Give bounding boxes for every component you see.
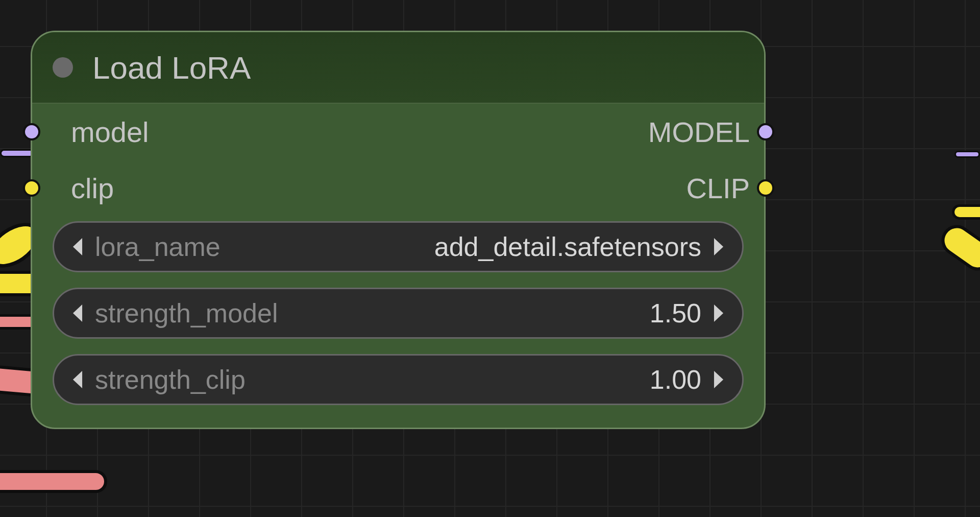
- input-label-model: model: [71, 115, 149, 149]
- output-label-model: MODEL: [648, 115, 750, 149]
- widget-label: strength_model: [95, 298, 278, 328]
- widget-label: lora_name: [95, 231, 220, 262]
- cable-model-out: [954, 151, 980, 158]
- io-row-clip: clip CLIP: [32, 160, 764, 216]
- node-widgets: lora_name add_detail.safetensors strengt…: [32, 216, 764, 428]
- node-header[interactable]: Load LoRA: [32, 32, 764, 104]
- node-load-lora[interactable]: Load LoRA model MODEL clip CLIP lora: [31, 31, 766, 429]
- widget-strength-clip[interactable]: strength_clip 1.00: [53, 354, 744, 405]
- output-label-clip: CLIP: [687, 172, 750, 205]
- chevron-left-icon[interactable]: [69, 238, 86, 255]
- output-port-clip[interactable]: [757, 179, 774, 197]
- widget-label: strength_clip: [95, 364, 246, 395]
- input-port-model[interactable]: [23, 123, 40, 140]
- chevron-left-icon[interactable]: [69, 304, 86, 322]
- widget-lora-name[interactable]: lora_name add_detail.safetensors: [53, 221, 744, 272]
- cable-model-in: [0, 149, 34, 157]
- input-port-clip[interactable]: [23, 179, 40, 197]
- widget-value: 1.00: [650, 364, 701, 395]
- node-title: Load LoRA: [92, 50, 251, 86]
- io-row-model: model MODEL: [32, 104, 764, 160]
- input-label-clip: clip: [71, 172, 114, 205]
- chevron-right-icon[interactable]: [710, 238, 727, 255]
- widget-value: add_detail.safetensors: [434, 231, 701, 262]
- cable-clip-out-a: [952, 204, 980, 220]
- output-port-model[interactable]: [757, 123, 774, 140]
- chevron-left-icon[interactable]: [69, 371, 86, 388]
- cable-bg-pink-3: [0, 470, 107, 493]
- chevron-right-icon[interactable]: [710, 304, 727, 322]
- node-status-dot-icon: [53, 57, 73, 78]
- chevron-right-icon[interactable]: [710, 371, 727, 388]
- widget-value: 1.50: [650, 298, 701, 328]
- widget-strength-model[interactable]: strength_model 1.50: [53, 288, 744, 339]
